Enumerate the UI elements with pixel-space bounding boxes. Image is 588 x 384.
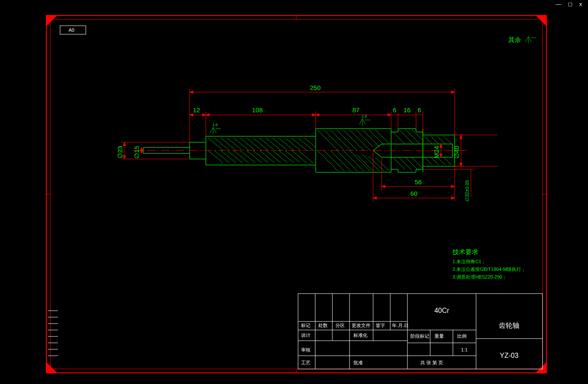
svg-line-56 (247, 138, 262, 150)
svg-line-80 (298, 150, 313, 163)
dim-60: 60 (410, 190, 418, 197)
dim-dia15: ∅15 (133, 146, 140, 159)
svg-line-89 (369, 130, 384, 145)
svg-line-51 (214, 138, 229, 150)
side-markers (48, 311, 58, 356)
svg-text:1.未注倒角C1；: 1.未注倒角C1； (452, 259, 486, 264)
svg-text:共  张  第  页: 共 张 第 页 (420, 360, 443, 365)
svg-line-84 (337, 130, 357, 150)
svg-line-72 (247, 150, 262, 163)
dim-m24: M24 (433, 146, 440, 158)
dim-dia40: ∅40 (453, 146, 460, 159)
svg-line-94 (337, 150, 357, 171)
svg-text:其余: 其余 (508, 36, 521, 43)
svg-line-66 (208, 150, 223, 163)
svg-line-92 (324, 150, 344, 171)
svg-line-64 (298, 138, 313, 150)
svg-text:设计: 设计 (301, 333, 311, 338)
part-name: 齿轮轴 (499, 322, 519, 329)
svg-line-106 (431, 136, 439, 144)
surface-finish-note: 其余 (508, 36, 536, 43)
svg-text:批准: 批准 (353, 360, 363, 365)
svg-line-91 (317, 150, 338, 171)
svg-text:3.调质处理HBS220-290；: 3.调质处理HBS220-290； (452, 274, 507, 279)
ra2: 1.6 (362, 114, 367, 118)
svg-text:2.未注公差按GB/T1804-M级执行；: 2.未注公差按GB/T1804-M级执行； (452, 267, 526, 272)
svg-line-76 (272, 150, 287, 163)
dim-dia23: ∅23 (116, 146, 124, 159)
svg-line-116 (444, 157, 452, 165)
svg-line-77 (279, 150, 294, 163)
svg-line-83 (330, 130, 351, 150)
svg-line-68 (221, 150, 236, 163)
svg-line-69 (227, 150, 242, 163)
svg-line-105 (425, 136, 432, 144)
svg-text:更改文件: 更改文件 (352, 323, 371, 328)
technical-requirements: 技术要求 1.未注倒角C1； 2.未注公差按GB/T1804-M级执行； 3.调… (452, 248, 526, 279)
svg-line-52 (221, 138, 236, 150)
dim-16: 16 (404, 106, 411, 114)
svg-line-110 (399, 157, 412, 170)
svg-text:工艺: 工艺 (301, 360, 311, 365)
svg-line-97 (356, 154, 373, 171)
svg-line-102 (399, 129, 413, 144)
dim-87: 87 (353, 106, 360, 114)
svg-text:分区: 分区 (335, 323, 345, 328)
svg-line-87 (356, 130, 373, 147)
svg-line-62 (285, 138, 300, 150)
drawing-frame (46, 15, 546, 373)
svg-line-103 (405, 129, 420, 144)
svg-line-53 (227, 138, 242, 150)
svg-line-73 (253, 150, 268, 163)
dim-6a: 6 (393, 106, 396, 114)
svg-line-111 (405, 157, 419, 171)
dim-12: 12 (193, 106, 200, 114)
dim-56: 56 (415, 178, 422, 186)
svg-text:签字: 签字 (376, 323, 385, 328)
svg-text:重量: 重量 (434, 333, 444, 339)
dimensions: 250 12 108 87 6 16 6 56 60 ∅2 (116, 84, 498, 201)
svg-line-81 (317, 130, 338, 150)
svg-line-96 (350, 150, 370, 171)
svg-text:比例: 比例 (457, 333, 467, 339)
svg-text:标记: 标记 (301, 323, 311, 328)
svg-line-108 (444, 136, 452, 144)
svg-text:阶段标记: 阶段标记 (410, 333, 429, 339)
svg-line-60 (272, 138, 287, 150)
svg-line-48 (373, 150, 382, 157)
svg-line-50 (208, 138, 223, 150)
scale: 1:1 (461, 347, 467, 352)
svg-line-85 (343, 130, 364, 150)
title-block-text: 40Cr 齿轮轴 YZ-03 标记 处数 分区 更改文件 签字 年.月.日 设计… (301, 307, 519, 365)
svg-line-88 (362, 130, 380, 147)
svg-line-54 (234, 138, 249, 150)
svg-line-58 (259, 138, 274, 150)
dim-108: 108 (252, 106, 262, 114)
svg-line-86 (350, 130, 370, 150)
svg-line-63 (292, 138, 307, 150)
cad-drawing-canvas: A0 其余 (0, 0, 588, 384)
svg-rect-0 (46, 15, 546, 373)
ra1: 1.6 (212, 123, 218, 127)
svg-text:标准化: 标准化 (353, 333, 368, 338)
svg-line-98 (362, 154, 380, 171)
svg-line-74 (259, 150, 274, 163)
svg-line-112 (412, 157, 423, 168)
svg-text:处数: 处数 (318, 323, 328, 328)
sheet-label: A0 (69, 27, 74, 33)
svg-line-61 (279, 138, 294, 150)
dim-6b: 6 (418, 106, 421, 114)
svg-line-57 (253, 138, 268, 150)
svg-text:技术要求: 技术要求 (452, 248, 478, 255)
svg-line-109 (393, 157, 405, 169)
drawing-number: YZ-03 (500, 352, 519, 359)
svg-line-107 (437, 136, 445, 144)
svg-line-65 (305, 138, 316, 147)
svg-line-93 (330, 150, 351, 171)
svg-line-67 (214, 150, 229, 163)
svg-text:年.月.日: 年.月.日 (392, 323, 409, 328)
svg-line-70 (234, 150, 249, 163)
svg-line-113 (425, 157, 432, 165)
svg-text:审核: 审核 (301, 347, 311, 352)
sheet-label-box: A0 (60, 26, 86, 34)
